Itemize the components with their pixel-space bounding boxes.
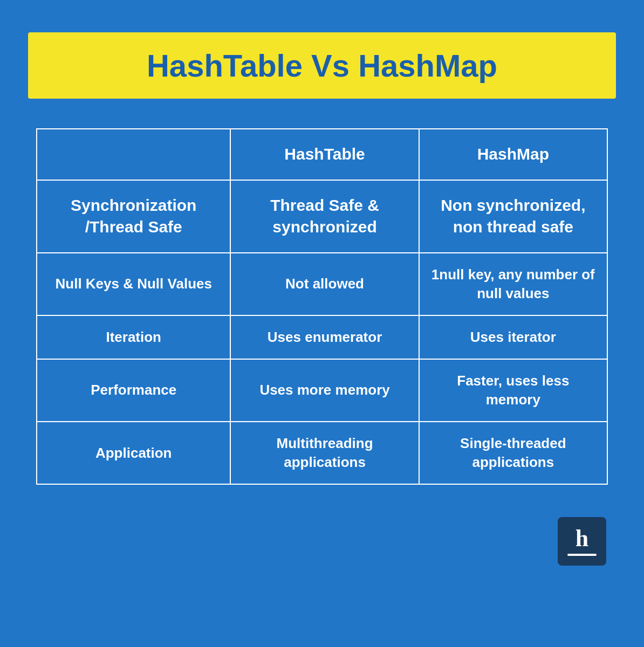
page-title: HashTable Vs HashMap — [147, 48, 497, 83]
cell-hashtable: Not allowed — [230, 253, 419, 315]
cell-feature: Iteration — [37, 315, 230, 359]
table-row: Synchronization /Thread SafeThread Safe … — [37, 180, 607, 253]
table-row: PerformanceUses more memoryFaster, uses … — [37, 359, 607, 422]
table-row: ApplicationMultithreading applicationsSi… — [37, 422, 607, 484]
cell-feature: Synchronization /Thread Safe — [37, 180, 230, 253]
logo-underline — [567, 554, 597, 556]
cell-hashtable: Uses more memory — [230, 359, 419, 422]
header-feature — [37, 129, 230, 180]
cell-hashmap: Faster, uses less memory — [419, 359, 607, 422]
cell-hashtable: Thread Safe & synchronized — [230, 180, 419, 253]
table-header-row: HashTable HashMap — [37, 129, 607, 180]
cell-feature: Performance — [37, 359, 230, 422]
cell-feature: Null Keys & Null Values — [37, 253, 230, 315]
cell-hashtable: Multithreading applications — [230, 422, 419, 484]
logo-box: h — [558, 517, 606, 566]
logo-letter: h — [576, 527, 588, 550]
header-hashtable: HashTable — [230, 129, 419, 180]
cell-hashmap: Uses iterator — [419, 315, 607, 359]
cell-hashmap: 1null key, any number of null values — [419, 253, 607, 315]
header-hashmap: HashMap — [419, 129, 607, 180]
table-row: IterationUses enumeratorUses iterator — [37, 315, 607, 359]
cell-hashmap: Single-threaded applications — [419, 422, 607, 484]
cell-feature: Application — [37, 422, 230, 484]
title-banner: HashTable Vs HashMap — [28, 32, 616, 99]
cell-hashmap: Non synchronized, non thread safe — [419, 180, 607, 253]
logo-container: h — [558, 517, 606, 566]
comparison-table: HashTable HashMap Synchronization /Threa… — [36, 128, 608, 485]
table-row: Null Keys & Null ValuesNot allowed1null … — [37, 253, 607, 315]
cell-hashtable: Uses enumerator — [230, 315, 419, 359]
